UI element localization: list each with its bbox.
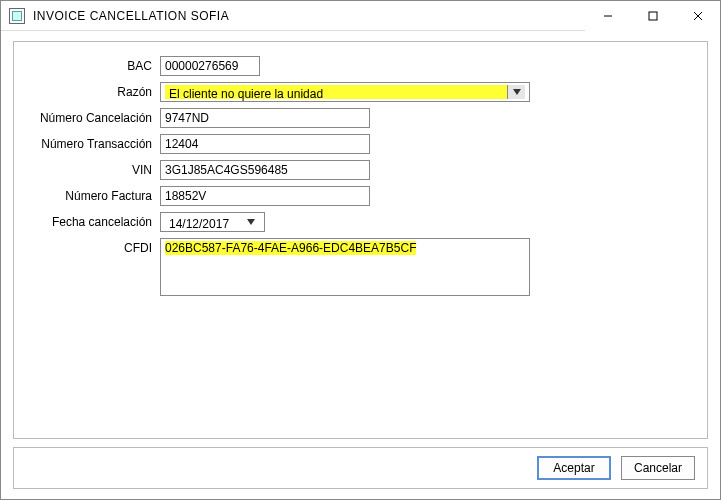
chevron-down-icon[interactable] xyxy=(242,215,260,229)
chevron-down-icon[interactable] xyxy=(507,85,525,99)
razon-value: El cliente no quiere la unidad xyxy=(165,85,507,99)
num-transaccion-input[interactable] xyxy=(160,134,370,154)
vin-input[interactable] xyxy=(160,160,370,180)
footer-panel: Aceptar Cancelar xyxy=(13,447,708,489)
label-razon: Razón xyxy=(32,82,160,99)
app-icon xyxy=(9,8,25,24)
form-panel: BAC Razón El cliente no quiere la unidad… xyxy=(13,41,708,439)
accept-button[interactable]: Aceptar xyxy=(537,456,611,480)
fecha-cancelacion-datepicker[interactable]: 14/12/2017 xyxy=(160,212,265,232)
cancel-button[interactable]: Cancelar xyxy=(621,456,695,480)
razon-select[interactable]: El cliente no quiere la unidad xyxy=(160,82,530,102)
fecha-cancelacion-value: 14/12/2017 xyxy=(165,215,242,229)
svg-marker-5 xyxy=(247,219,255,225)
window-title: INVOICE CANCELLATION SOFIA xyxy=(33,9,585,23)
num-factura-input[interactable] xyxy=(160,186,370,206)
num-cancelacion-input[interactable] xyxy=(160,108,370,128)
label-vin: VIN xyxy=(32,160,160,177)
minimize-button[interactable] xyxy=(585,1,630,31)
label-fecha-cancelacion: Fecha cancelación xyxy=(32,212,160,229)
titlebar: INVOICE CANCELLATION SOFIA xyxy=(1,1,720,31)
label-num-cancelacion: Número Cancelación xyxy=(32,108,160,125)
svg-rect-1 xyxy=(649,12,657,20)
label-num-factura: Número Factura xyxy=(32,186,160,203)
close-button[interactable] xyxy=(675,1,720,31)
label-num-transaccion: Número Transacción xyxy=(32,134,160,151)
cfdi-textarea[interactable]: 026BC587-FA76-4FAE-A966-EDC4BEA7B5CF xyxy=(160,238,530,296)
label-bac: BAC xyxy=(32,56,160,73)
maximize-button[interactable] xyxy=(630,1,675,31)
bac-input[interactable] xyxy=(160,56,260,76)
cfdi-value: 026BC587-FA76-4FAE-A966-EDC4BEA7B5CF xyxy=(165,241,416,255)
label-cfdi: CFDI xyxy=(32,238,160,255)
svg-marker-4 xyxy=(513,89,521,95)
